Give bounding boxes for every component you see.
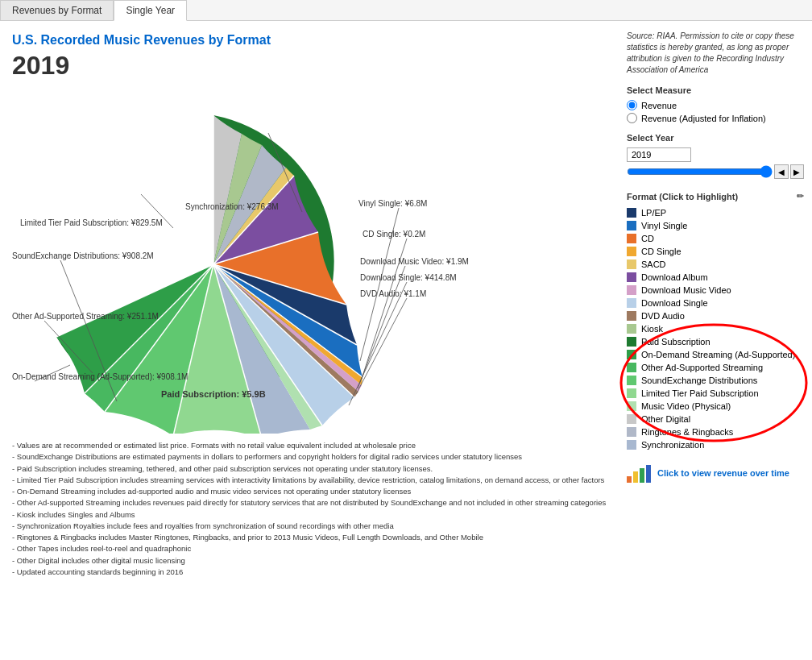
main-layout: U.S. Recorded Music Revenues by Format 2… — [0, 21, 812, 658]
legend-item-label: SACD — [641, 259, 666, 269]
legend-item-label: On-Demand Streaming (Ad-Supported) — [641, 350, 795, 359]
pie-chart: Synchronization: ¥276.3M Limited Tier Pa… — [12, 87, 576, 434]
legend-color-swatch — [627, 234, 636, 243]
legend-item-label: Paid Subscription — [641, 337, 710, 347]
svg-text:Download Single: ¥414.8M: Download Single: ¥414.8M — [360, 273, 457, 282]
svg-text:DVD Audio: ¥1.1M: DVD Audio: ¥1.1M — [360, 289, 426, 298]
legend-item[interactable]: On-Demand Streaming (Ad-Supported) — [627, 348, 804, 361]
legend-item-label: Download Album — [641, 272, 708, 282]
svg-text:Vinyl Single: ¥6.8M: Vinyl Single: ¥6.8M — [358, 199, 427, 208]
view-revenue-link[interactable]: Click to view revenue over time — [627, 463, 804, 483]
format-edit-icon[interactable]: ✏ — [797, 191, 804, 201]
legend-color-swatch — [627, 272, 636, 282]
legend-item-label: Other Digital — [641, 414, 690, 424]
legend-item[interactable]: Music Video (Physical) — [627, 400, 804, 413]
legend-item-label: Download Single — [641, 298, 708, 308]
legend-item-label: Vinyl Single — [641, 221, 687, 230]
legend-color-swatch — [627, 311, 636, 321]
legend-item[interactable]: LP/EP — [627, 206, 804, 219]
legend-color-swatch — [627, 208, 636, 218]
svg-text:CD Single: ¥0.2M: CD Single: ¥0.2M — [362, 230, 425, 239]
legend-item[interactable]: CD — [627, 232, 804, 245]
svg-text:Paid Subscription: ¥5.9B: Paid Subscription: ¥5.9B — [161, 389, 266, 399]
legend-item[interactable]: SACD — [627, 258, 804, 271]
svg-text:Limited Tier Paid Subscription: Limited Tier Paid Subscription: ¥829.5M — [20, 218, 163, 227]
legend-item[interactable]: Limited Tier Paid Subscription — [627, 387, 804, 400]
legend-item-label: Download Music Video — [641, 285, 731, 295]
year-next-button[interactable]: ▶ — [790, 164, 804, 179]
legend-item-label: Music Video (Physical) — [641, 401, 731, 411]
legend-color-swatch — [627, 376, 636, 385]
year-select-area: ◀ ▶ — [627, 147, 804, 181]
chart-year: 2019 — [12, 51, 607, 81]
svg-text:SoundExchange Distributions: ¥: SoundExchange Distributions: ¥908.2M — [12, 251, 154, 260]
revenue-radio[interactable]: Revenue — [627, 100, 804, 110]
left-panel: U.S. Recorded Music Revenues by Format 2… — [0, 21, 619, 658]
view-link-text[interactable]: Click to view revenue over time — [657, 468, 789, 478]
year-slider[interactable] — [627, 165, 773, 178]
format-label: Format (Click to Highlight) — [627, 192, 738, 201]
select-year-label: Select Year — [627, 133, 804, 143]
measure-radio-group: Revenue Revenue (Adjusted for Inflation) — [627, 100, 804, 123]
source-text: Source: RIAA. Permission to cite or copy… — [627, 31, 804, 76]
svg-text:On-Demand Streaming (Ad-Suppor: On-Demand Streaming (Ad-Supported): ¥908… — [12, 372, 188, 381]
legend-color-swatch — [627, 440, 636, 450]
bar-chart-icon — [627, 463, 651, 483]
legend-color-swatch — [627, 221, 636, 230]
legend-item-label: Other Ad-Supported Streaming — [641, 363, 763, 372]
legend-color-swatch — [627, 337, 636, 347]
right-panel: Source: RIAA. Permission to cite or copy… — [619, 21, 812, 658]
revenue-adjusted-radio[interactable]: Revenue (Adjusted for Inflation) — [627, 113, 804, 123]
svg-text:Download Music Video: ¥1.9M: Download Music Video: ¥1.9M — [360, 257, 469, 266]
legend-item[interactable]: Vinyl Single — [627, 219, 804, 232]
select-measure-label: Select Measure — [627, 85, 804, 95]
legend-color-swatch — [627, 259, 636, 269]
legend-item-label: Limited Tier Paid Subscription — [641, 388, 759, 398]
legend-item[interactable]: Other Ad-Supported Streaming — [627, 361, 804, 374]
highlight-circle — [623, 326, 808, 334]
legend-item-label: DVD Audio — [641, 311, 685, 321]
footnotes: - Values are at recommended or estimated… — [12, 440, 607, 578]
legend-item[interactable]: SoundExchange Distributions — [627, 374, 804, 387]
chart-title: U.S. Recorded Music Revenues by Format — [12, 33, 607, 48]
legend-item-label: CD Single — [641, 247, 682, 256]
format-header: Format (Click to Highlight) ✏ — [627, 191, 804, 201]
svg-text:Synchronization: ¥276.3M: Synchronization: ¥276.3M — [185, 202, 279, 211]
svg-line-23 — [349, 282, 407, 405]
legend-item[interactable]: CD Single — [627, 245, 804, 258]
legend-color-swatch — [627, 363, 636, 372]
legend-item-label: Synchronization — [641, 440, 704, 450]
legend-color-swatch — [627, 298, 636, 308]
chart-area: Synchronization: ¥276.3M Limited Tier Pa… — [12, 87, 607, 434]
legend-color-swatch — [627, 247, 636, 256]
svg-line-21 — [358, 266, 405, 388]
legend-item[interactable]: Download Music Video — [627, 284, 804, 297]
legend-item[interactable]: DVD Audio — [627, 309, 804, 322]
legend-item-label: CD — [641, 234, 654, 243]
tab-bar: Revenues by Format Single Year — [0, 0, 812, 21]
legend-item[interactable]: Download Single — [627, 297, 804, 309]
legend-color-swatch — [627, 285, 636, 295]
legend-item[interactable]: Download Album — [627, 271, 804, 284]
year-input[interactable] — [627, 147, 691, 162]
tab-single-year[interactable]: Single Year — [114, 0, 187, 21]
legend-color-swatch — [627, 427, 636, 437]
legend-color-swatch — [627, 414, 636, 424]
year-prev-button[interactable]: ◀ — [774, 164, 788, 179]
tab-revenues-by-format[interactable]: Revenues by Format — [0, 0, 114, 20]
legend-item-label: LP/EP — [641, 208, 666, 218]
legend-item-label: SoundExchange Distributions — [641, 376, 757, 385]
legend-color-swatch — [627, 388, 636, 398]
svg-text:Other Ad-Supported Streaming: : Other Ad-Supported Streaming: ¥251.1M — [12, 312, 159, 321]
